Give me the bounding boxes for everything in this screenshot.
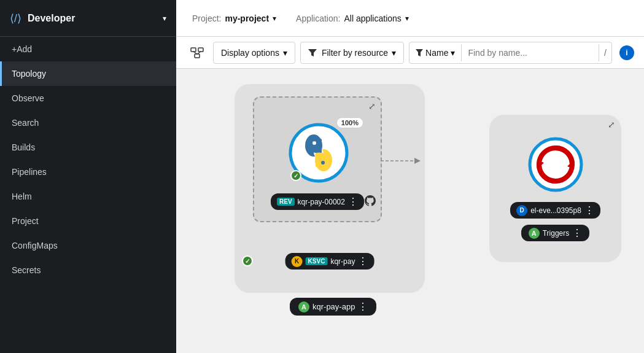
- health-check-badge-group: ✓: [242, 255, 253, 266]
- svg-marker-12: [414, 158, 421, 164]
- app-group-kqr-pay: ⤢ 100%: [235, 84, 425, 293]
- ksvc-kebab-icon[interactable]: ⋮: [358, 255, 368, 267]
- event-listener-kebab-icon[interactable]: ⋮: [584, 204, 594, 216]
- topology-icon: [190, 47, 204, 58]
- display-options-label: Display options: [221, 48, 279, 58]
- svg-point-9: [312, 141, 316, 145]
- filter-type-chevron-icon: ▾: [451, 48, 455, 58]
- sidebar-item-helm[interactable]: Helm: [0, 184, 176, 209]
- sidebar-nav: +Add Topology Observe Search Builds Pipe…: [0, 37, 176, 353]
- sidebar-item-builds-label: Builds: [12, 142, 35, 152]
- github-icon[interactable]: [365, 195, 376, 209]
- svg-rect-1: [198, 48, 203, 52]
- ksvc-label[interactable]: K KSVC kqr-pay ⋮: [285, 253, 374, 270]
- health-check-badge-1: ✓: [290, 170, 301, 181]
- sidebar-item-observe-label: Observe: [12, 93, 44, 103]
- info-icon: i: [626, 48, 627, 57]
- sidebar-title: Developer: [28, 13, 163, 24]
- sidebar-item-observe[interactable]: Observe: [0, 86, 176, 111]
- sidebar-item-search-label: Search: [12, 118, 39, 128]
- filter-by-resource-button[interactable]: Filter by resource ▾: [300, 42, 404, 64]
- filter-type-selector[interactable]: Name ▾: [409, 44, 462, 61]
- event-listener-svg: [528, 137, 583, 192]
- topology-canvas[interactable]: ⤢ 100%: [176, 69, 644, 353]
- sidebar-item-topology-label: Topology: [12, 69, 46, 79]
- sidebar-item-add[interactable]: +Add: [0, 37, 176, 61]
- filter-by-resource-label: Filter by resource: [322, 48, 388, 58]
- app-name: All applications: [344, 14, 401, 23]
- topbar: Project: my-project ▾ Application: All a…: [176, 0, 644, 37]
- svg-rect-0: [191, 48, 196, 52]
- app-group-event-listener: ⤢ D el-eve...0395p8 ⋮: [489, 115, 621, 262]
- triggers-kebab-icon[interactable]: ⋮: [572, 227, 582, 239]
- app-badge-1: A: [298, 301, 309, 312]
- filter-small-icon: [416, 49, 423, 56]
- app-kebab-icon[interactable]: ⋮: [358, 301, 368, 312]
- display-options-chevron-icon: ▾: [283, 48, 287, 58]
- triggers-label[interactable]: A Triggers ⋮: [521, 225, 590, 241]
- topology-view: ⤢ 100%: [176, 69, 644, 353]
- sidebar-item-add-label: +Add: [12, 44, 32, 54]
- rev-name: kqr-pay-00002: [298, 198, 345, 206]
- python-node[interactable]: ✓: [288, 122, 349, 184]
- filter-chevron-icon: ▾: [392, 48, 396, 58]
- triggers-name: Triggers: [543, 229, 570, 238]
- app-chevron-icon: ▾: [405, 14, 409, 23]
- app-name-1: kqr-pay-app: [312, 302, 355, 311]
- svg-point-10: [321, 161, 325, 165]
- project-label: Project:: [192, 14, 221, 23]
- rev-kebab-icon[interactable]: ⋮: [348, 196, 358, 208]
- project-chevron-icon: ▾: [273, 14, 276, 23]
- event-listener-node[interactable]: [528, 137, 583, 195]
- d-badge: D: [516, 205, 527, 216]
- rev-label[interactable]: REV kqr-pay-00002 ⋮: [271, 193, 364, 210]
- k-badge: K: [292, 256, 303, 267]
- app-label-kqr-pay[interactable]: A kqr-pay-app ⋮: [290, 298, 376, 316]
- filter-type-label: Name: [425, 48, 448, 58]
- github-svg: [365, 195, 376, 206]
- sidebar-item-secrets[interactable]: Secrets: [0, 258, 176, 282]
- external-link-icon-1[interactable]: ⤢: [368, 101, 376, 111]
- sidebar: ⟨/⟩ Developer ▾ +Add Topology Observe Se…: [0, 0, 176, 353]
- developer-icon: ⟨/⟩: [10, 12, 21, 25]
- info-button[interactable]: i: [619, 45, 634, 60]
- event-listener-name: el-eve...0395p8: [530, 206, 581, 215]
- app-selector[interactable]: Application: All applications ▾: [290, 10, 415, 27]
- sidebar-chevron-icon: ▾: [163, 14, 166, 23]
- sidebar-item-builds[interactable]: Builds: [0, 135, 176, 160]
- sidebar-item-secrets-label: Secrets: [12, 265, 41, 275]
- search-input[interactable]: [462, 44, 599, 61]
- service-box-kqr-pay: ⤢ 100%: [253, 96, 382, 222]
- filter-slash-shortcut[interactable]: /: [599, 44, 611, 61]
- sidebar-item-pipelines[interactable]: Pipelines: [0, 160, 176, 184]
- main-content: Project: my-project ▾ Application: All a…: [176, 0, 644, 353]
- sidebar-item-configmaps-label: ConfigMaps: [12, 241, 58, 250]
- sidebar-item-project-label: Project: [12, 216, 39, 226]
- ksvc-badge: KSVC: [306, 257, 328, 265]
- rev-badge: REV: [277, 198, 295, 206]
- sidebar-item-pipelines-label: Pipelines: [12, 167, 47, 177]
- external-link-icon-2[interactable]: ⤢: [608, 120, 615, 130]
- topology-view-button[interactable]: [186, 42, 208, 64]
- project-selector[interactable]: Project: my-project ▾: [186, 10, 282, 27]
- event-listener-label[interactable]: D el-eve...0395p8 ⋮: [510, 202, 600, 219]
- app-label: Application:: [296, 14, 340, 23]
- display-options-button[interactable]: Display options ▾: [213, 42, 295, 64]
- sidebar-item-topology[interactable]: Topology: [0, 61, 176, 86]
- sidebar-item-project[interactable]: Project: [0, 209, 176, 233]
- sidebar-item-search[interactable]: Search: [0, 111, 176, 135]
- toolbar: Display options ▾ Filter by resource ▾ N…: [176, 37, 644, 69]
- sidebar-item-configmaps[interactable]: ConfigMaps: [0, 233, 176, 258]
- project-name: my-project: [225, 14, 269, 23]
- sidebar-item-helm-label: Helm: [12, 192, 32, 201]
- connector-arrow: [381, 149, 430, 173]
- filter-icon: [308, 49, 317, 56]
- ksvc-name: kqr-pay: [330, 257, 355, 266]
- trigger-badge: A: [529, 228, 540, 239]
- search-filter-bar: Name ▾ /: [409, 42, 612, 64]
- svg-rect-2: [195, 54, 200, 58]
- sidebar-header[interactable]: ⟨/⟩ Developer ▾: [0, 0, 176, 37]
